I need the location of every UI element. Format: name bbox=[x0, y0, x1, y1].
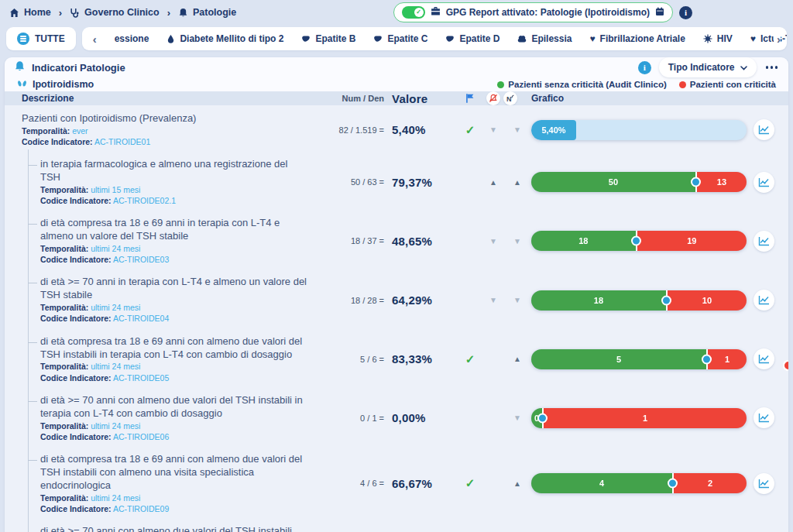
line-chart-icon[interactable] bbox=[754, 407, 774, 428]
indicator-code: AC-TIROIDE09 bbox=[113, 504, 169, 513]
calendar-icon[interactable] bbox=[655, 5, 664, 19]
trend-arrow-icon: ▼ bbox=[483, 296, 503, 304]
tab-depressione[interactable]: essione bbox=[115, 33, 149, 44]
line-chart-icon[interactable] bbox=[754, 348, 774, 369]
indicatori-patologie-panel: Indicatori Patologie i Tipo Indicatore I… bbox=[5, 57, 788, 532]
line-chart-icon[interactable] bbox=[754, 473, 774, 494]
tab-ictus-tia[interactable]: ♥ Ictus-TIA bbox=[750, 33, 787, 44]
breadcrumb-patologie[interactable]: Patologie bbox=[178, 7, 236, 18]
table-row: di età >= 70 anni con almeno due valori … bbox=[5, 389, 788, 448]
tipo-indicatore-dropdown[interactable]: Tipo Indicatore bbox=[659, 57, 757, 77]
value: 64,29% bbox=[384, 293, 457, 307]
tab-diabete[interactable]: Diabete Mellito di tipo 2 bbox=[166, 33, 283, 44]
virus-icon bbox=[703, 34, 712, 43]
row-description: di età compresa tra 18 e 69 anni con alm… bbox=[40, 335, 316, 362]
trend-arrow-icon: ▼ bbox=[503, 125, 531, 134]
header-numden: Num / Den bbox=[316, 94, 384, 103]
breadcrumb-home[interactable]: Home bbox=[9, 7, 51, 18]
bar: 1819 bbox=[531, 231, 747, 251]
num-den: 4 / 6 = bbox=[316, 479, 384, 488]
breadcrumb-separator: › bbox=[57, 7, 64, 19]
list-icon bbox=[17, 33, 29, 45]
liver-icon bbox=[301, 35, 311, 43]
tab-tutte[interactable]: TUTTE bbox=[6, 27, 76, 50]
tab-epatite-b[interactable]: Epatite B bbox=[301, 33, 355, 44]
num-den: 18 / 37 = bbox=[316, 236, 384, 245]
scroll-left-icon[interactable]: ‹ bbox=[93, 33, 97, 46]
target-dot bbox=[702, 354, 712, 364]
status-icon: ✓ bbox=[465, 476, 475, 489]
value: 48,65% bbox=[384, 235, 457, 248]
trend-arrow-icon: ▼ bbox=[483, 125, 503, 134]
tab-hiv[interactable]: HIV bbox=[703, 33, 733, 44]
blood-drop-icon bbox=[166, 34, 175, 43]
chevron-down-icon bbox=[740, 62, 747, 73]
info-icon[interactable]: i bbox=[679, 6, 692, 19]
indicator-code: AC-TIROIDE01 bbox=[94, 137, 150, 146]
bar: 42 bbox=[531, 473, 747, 493]
value: 79,37% bbox=[384, 176, 457, 189]
bar: 01 bbox=[531, 408, 747, 428]
thyroid-icon bbox=[17, 77, 27, 91]
line-chart-icon[interactable] bbox=[754, 119, 774, 140]
table-row: Pazienti con Ipotiroidismo (Prevalenza) … bbox=[5, 107, 788, 153]
trend-arrow-icon: ▼ bbox=[503, 414, 531, 422]
toggle-check-icon: ✓ bbox=[414, 8, 424, 17]
pathology-tabbar: TUTTE ‹ essione Diabete Mellito di tipo … bbox=[0, 25, 793, 53]
trend-arrow-icon: ▲ bbox=[503, 355, 531, 363]
indicator-code: AC-TIROIDE02.1 bbox=[113, 196, 176, 205]
legend-green-dot bbox=[497, 81, 504, 88]
row-description: di età >= 70 anni con almeno due valori … bbox=[40, 525, 316, 532]
indicator-code: AC-TIROIDE04 bbox=[113, 314, 169, 323]
trend-arrow-icon: ▲ bbox=[483, 178, 503, 187]
liver-icon bbox=[373, 35, 383, 43]
section-title: Ipotiroidismo bbox=[33, 79, 94, 90]
line-chart-icon[interactable] bbox=[754, 231, 774, 252]
line-chart-icon[interactable] bbox=[754, 172, 774, 193]
table-row: di età compresa tra 18 e 69 anni con alm… bbox=[5, 448, 788, 520]
legend: Pazienti senza criticità (Audit Clinico)… bbox=[497, 80, 776, 89]
row-description: Pazienti con Ipotiroidismo (Prevalenza) bbox=[22, 112, 316, 125]
header-valore: Valore bbox=[384, 92, 457, 105]
breadcrumb-governo-clinico[interactable]: Governo Clinico bbox=[70, 7, 160, 18]
tab-epatite-c[interactable]: Epatite C bbox=[373, 33, 427, 44]
tab-fibrillazione-atriale[interactable]: ♥ Fibrillazione Atriale bbox=[589, 33, 685, 44]
home-icon bbox=[9, 8, 19, 18]
briefcase-icon bbox=[431, 5, 441, 19]
line-chart-icon[interactable] bbox=[754, 290, 774, 311]
tab-epatite-d[interactable]: Epatite D bbox=[445, 33, 499, 44]
target-dot bbox=[668, 479, 678, 489]
info-icon[interactable]: i bbox=[638, 61, 651, 74]
table-row: di età compresa tra 18 e 69 anni in tera… bbox=[5, 211, 788, 270]
bar: 5,40% bbox=[531, 120, 747, 140]
legend-red-dot bbox=[679, 81, 686, 88]
more-menu-icon[interactable] bbox=[764, 63, 780, 72]
gpg-report-badge: ✓ GPG Report attivato: Patologie (Ipotir… bbox=[393, 2, 673, 22]
indicator-code: AC-TIROIDE03 bbox=[113, 255, 169, 264]
tab-epilessia[interactable]: Epilessia bbox=[517, 33, 572, 44]
num-den: 82 / 1.519 = bbox=[316, 125, 384, 135]
table-row: in terapia farmacologica e almeno una re… bbox=[5, 153, 788, 211]
breadcrumb-separator: › bbox=[166, 7, 172, 19]
gpg-toggle[interactable]: ✓ bbox=[402, 6, 425, 19]
trend-arrow-icon: ▼ bbox=[503, 237, 531, 245]
breadcrumb: Home › Governo Clinico › Patologie ✓ GPG… bbox=[0, 0, 793, 25]
value: 0,00% bbox=[384, 411, 457, 424]
indicator-code: AC-TIROIDE05 bbox=[113, 373, 169, 383]
row-description: di età compresa tra 18 e 69 anni con alm… bbox=[40, 453, 316, 493]
scroll-right-icon[interactable]: › bbox=[774, 33, 781, 46]
target-dot bbox=[661, 295, 671, 305]
bell-icon bbox=[14, 60, 26, 75]
header-descrizione: Descrizione bbox=[22, 93, 316, 104]
table-header: Descrizione Num / Den Valore N Grafico bbox=[5, 91, 788, 105]
value: 5,40% bbox=[384, 123, 457, 136]
critical-alerts-disabled-icon bbox=[486, 91, 500, 105]
num-den: 0 / 1 = bbox=[316, 414, 384, 423]
target-dot bbox=[691, 177, 701, 187]
n-signal-icon: N bbox=[503, 91, 517, 105]
bar: 5013 bbox=[531, 172, 747, 192]
num-den: 50 / 63 = bbox=[316, 177, 384, 187]
bar: 1810 bbox=[531, 290, 747, 311]
tab-strip: ‹ essione Diabete Mellito di tipo 2 Epat… bbox=[82, 27, 787, 50]
value: 83,33% bbox=[384, 352, 457, 366]
